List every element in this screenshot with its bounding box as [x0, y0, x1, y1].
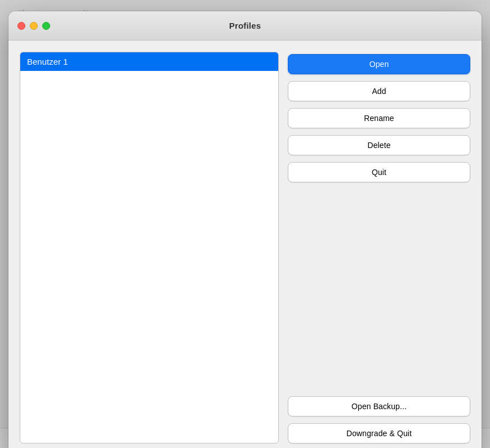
- minimize-button-icon[interactable]: [30, 22, 38, 30]
- buttons-panel: Open Add Rename Delete Quit Open Backup.…: [288, 52, 470, 443]
- action-buttons-top: Open Add Rename Delete Quit: [288, 54, 470, 182]
- downgrade-quit-button[interactable]: Downgrade & Quit: [288, 423, 470, 443]
- profile-list-container: Benutzer 1: [20, 52, 279, 443]
- quit-button[interactable]: Quit: [288, 162, 470, 182]
- title-bar: Profiles: [8, 11, 482, 41]
- dialog-content: Benutzer 1 Open Add Rename Delete Quit O…: [8, 41, 482, 448]
- maximize-button-icon[interactable]: [42, 22, 50, 30]
- close-button-icon[interactable]: [17, 22, 25, 30]
- traffic-lights: [17, 22, 50, 30]
- profile-item-benutzer1[interactable]: Benutzer 1: [20, 52, 278, 71]
- spacer: [288, 189, 470, 389]
- dialog-title: Profiles: [229, 21, 261, 30]
- add-button[interactable]: Add: [288, 81, 470, 101]
- delete-button[interactable]: Delete: [288, 135, 470, 155]
- rename-button[interactable]: Rename: [288, 108, 470, 128]
- profile-list: Benutzer 1: [20, 52, 278, 443]
- profiles-dialog: Profiles Benutzer 1 Open Add Rename Dele…: [8, 11, 482, 448]
- open-backup-button[interactable]: Open Backup...: [288, 396, 470, 416]
- action-buttons-bottom: Open Backup... Downgrade & Quit: [288, 396, 470, 443]
- open-button[interactable]: Open: [288, 54, 470, 74]
